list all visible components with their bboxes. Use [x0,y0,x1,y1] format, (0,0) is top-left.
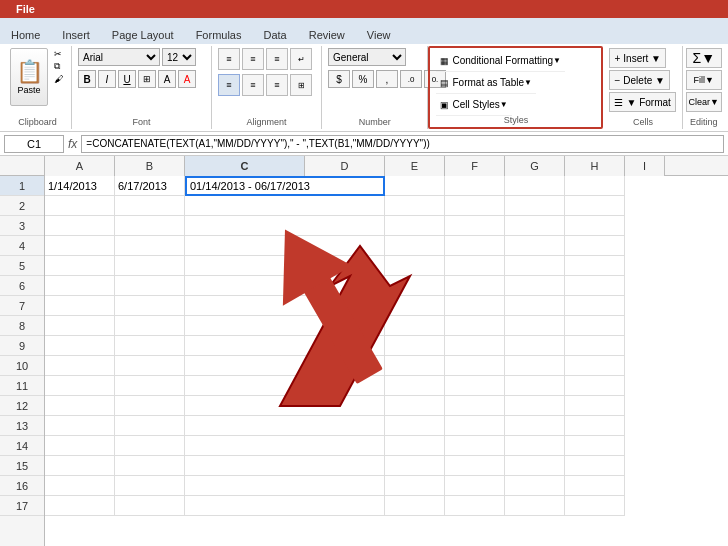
cell-b2[interactable] [115,196,185,216]
cell-g3[interactable] [505,216,565,236]
cell-e10[interactable] [385,356,445,376]
cell-e6[interactable] [385,276,445,296]
row-header-6[interactable]: 6 [0,276,44,296]
row-header-2[interactable]: 2 [0,196,44,216]
cell-f17[interactable] [445,496,505,516]
cell-h15[interactable] [565,456,625,476]
cell-f5[interactable] [445,256,505,276]
currency-button[interactable]: $ [328,70,350,88]
tab-page-layout[interactable]: Page Layout [101,25,185,44]
align-top-center-button[interactable]: ≡ [242,48,264,70]
cell-e5[interactable] [385,256,445,276]
row-header-8[interactable]: 8 [0,316,44,336]
cell-b11[interactable] [115,376,185,396]
cell-g5[interactable] [505,256,565,276]
cell-h12[interactable] [565,396,625,416]
cell-g1[interactable] [505,176,565,196]
col-header-e[interactable]: E [385,156,445,176]
cell-c4[interactable] [185,236,385,256]
cell-a11[interactable] [45,376,115,396]
cell-c11[interactable] [185,376,385,396]
cell-b17[interactable] [115,496,185,516]
row-header-7[interactable]: 7 [0,296,44,316]
cell-g12[interactable] [505,396,565,416]
cell-f8[interactable] [445,316,505,336]
comma-button[interactable]: , [376,70,398,88]
cell-a17[interactable] [45,496,115,516]
cell-a4[interactable] [45,236,115,256]
cell-c3[interactable] [185,216,385,236]
cell-f12[interactable] [445,396,505,416]
cell-f13[interactable] [445,416,505,436]
cell-f2[interactable] [445,196,505,216]
cell-c12[interactable] [185,396,385,416]
fill-button[interactable]: Fill▼ [686,70,722,90]
italic-button[interactable]: I [98,70,116,88]
cell-b8[interactable] [115,316,185,336]
font-color-button[interactable]: A [178,70,196,88]
cell-f3[interactable] [445,216,505,236]
cell-e17[interactable] [385,496,445,516]
cell-e7[interactable] [385,296,445,316]
fill-color-button[interactable]: A [158,70,176,88]
cell-e11[interactable] [385,376,445,396]
cell-c13[interactable] [185,416,385,436]
cell-f14[interactable] [445,436,505,456]
cell-b5[interactable] [115,256,185,276]
cell-e1[interactable] [385,176,445,196]
cell-c9[interactable] [185,336,385,356]
row-header-3[interactable]: 3 [0,216,44,236]
cell-b1[interactable]: 6/17/2013 [115,176,185,196]
cell-b12[interactable] [115,396,185,416]
cell-f6[interactable] [445,276,505,296]
paste-button[interactable]: 📋 Paste [10,48,48,106]
col-header-h[interactable]: H [565,156,625,176]
cell-g10[interactable] [505,356,565,376]
col-header-g[interactable]: G [505,156,565,176]
row-header-13[interactable]: 13 [0,416,44,436]
font-size-select[interactable]: 12 [162,48,196,66]
cell-c2[interactable] [185,196,385,216]
cell-c10[interactable] [185,356,385,376]
cell-g2[interactable] [505,196,565,216]
cell-a12[interactable] [45,396,115,416]
tab-view[interactable]: View [356,25,402,44]
cell-h2[interactable] [565,196,625,216]
cell-b7[interactable] [115,296,185,316]
cell-f9[interactable] [445,336,505,356]
cell-e2[interactable] [385,196,445,216]
cell-a7[interactable] [45,296,115,316]
formula-input[interactable] [81,135,724,153]
cell-c14[interactable] [185,436,385,456]
align-top-left-button[interactable]: ≡ [218,48,240,70]
col-header-c[interactable]: C [185,156,305,176]
format-button[interactable]: ☰ ▼ Format [609,92,675,112]
cell-b14[interactable] [115,436,185,456]
tab-insert[interactable]: Insert [51,25,101,44]
cell-e12[interactable] [385,396,445,416]
cell-h1[interactable] [565,176,625,196]
cell-b16[interactable] [115,476,185,496]
cell-b3[interactable] [115,216,185,236]
cell-f4[interactable] [445,236,505,256]
cell-f11[interactable] [445,376,505,396]
cell-a5[interactable] [45,256,115,276]
row-header-12[interactable]: 12 [0,396,44,416]
cell-e16[interactable] [385,476,445,496]
cell-g16[interactable] [505,476,565,496]
cell-b13[interactable] [115,416,185,436]
cell-g6[interactable] [505,276,565,296]
tab-review[interactable]: Review [298,25,356,44]
row-header-4[interactable]: 4 [0,236,44,256]
cell-f15[interactable] [445,456,505,476]
row-header-10[interactable]: 10 [0,356,44,376]
cell-a16[interactable] [45,476,115,496]
cell-a13[interactable] [45,416,115,436]
copy-button[interactable]: ⧉ [52,60,65,73]
tab-home[interactable]: Home [0,25,51,44]
cell-c17[interactable] [185,496,385,516]
cut-button[interactable]: ✂ [52,48,65,60]
cell-h9[interactable] [565,336,625,356]
row-header-1[interactable]: 1 [0,176,44,196]
align-middle-left-button[interactable]: ≡ [218,74,240,96]
